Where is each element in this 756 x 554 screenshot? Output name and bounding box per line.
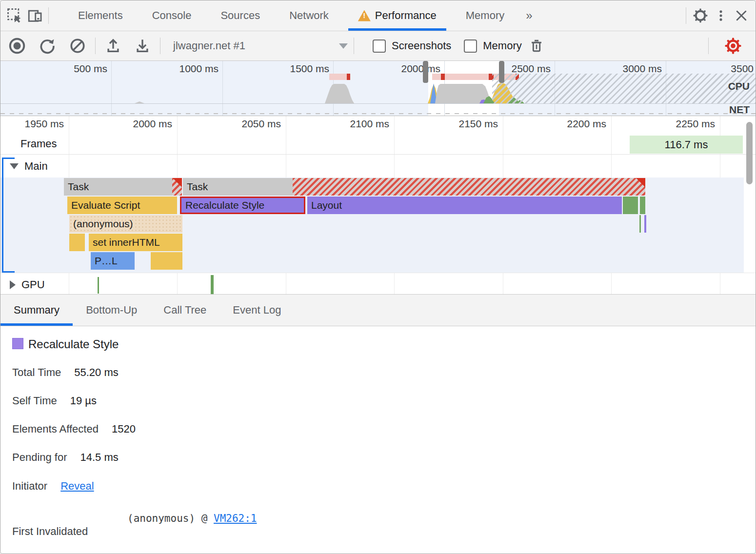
- chevron-down-icon: [339, 43, 348, 49]
- detail-tick-label: 1950 ms: [0, 118, 64, 130]
- tab-sources[interactable]: Sources: [206, 0, 275, 31]
- flame-event-script-block-2[interactable]: [151, 252, 182, 270]
- source-location-link[interactable]: VM262:1: [214, 513, 257, 524]
- collapse-triangle-icon[interactable]: [10, 163, 19, 169]
- screenshots-checkbox[interactable]: Screenshots: [373, 40, 451, 53]
- flame-event-evaluate-script[interactable]: Evaluate Script: [67, 197, 177, 214]
- settings-button[interactable]: [690, 5, 711, 26]
- gear-icon: [693, 8, 708, 23]
- divider: [48, 7, 49, 24]
- trash-icon: [529, 38, 544, 54]
- summary-row-value: 55.20 ms: [74, 366, 119, 378]
- details-tab-call-tree[interactable]: Call Tree: [150, 295, 219, 326]
- record-button[interactable]: [5, 35, 29, 57]
- tab-performance[interactable]: Performance: [343, 0, 451, 31]
- garbage-collect-button[interactable]: [525, 35, 548, 57]
- summary-row-elements-affected: Elements Affected1520: [12, 423, 136, 435]
- record-icon: [8, 37, 26, 55]
- main-track-header[interactable]: Main: [10, 157, 48, 176]
- divider: [354, 38, 354, 54]
- flame-event-script-block[interactable]: [69, 234, 85, 251]
- frames-track-label: Frames: [20, 138, 57, 150]
- save-profile-button[interactable]: [131, 35, 154, 57]
- stack-frame-text: (anonymous) @: [127, 513, 214, 524]
- profile-select[interactable]: jlwagner.net #1: [173, 40, 348, 52]
- inspect-element-button[interactable]: [4, 5, 25, 26]
- separator: [0, 273, 756, 273]
- gpu-track-label: GPU: [21, 278, 45, 291]
- tab-console[interactable]: Console: [138, 0, 206, 31]
- reload-icon: [39, 38, 56, 54]
- gpu-activity-mark: [98, 277, 99, 294]
- reload-and-record-button[interactable]: [36, 35, 59, 57]
- capture-settings-button[interactable]: [721, 35, 745, 57]
- more-options-button[interactable]: [711, 5, 731, 26]
- flame-event-label: P…L: [91, 255, 118, 266]
- vertical-scrollbar[interactable]: [746, 122, 753, 184]
- flame-event-green-sliver[interactable]: [639, 215, 641, 233]
- details-tab-summary[interactable]: Summary: [0, 295, 73, 326]
- devtools-window: ElementsConsoleSourcesNetworkPerformance…: [0, 0, 756, 554]
- flame-event-paint-1[interactable]: [623, 197, 638, 214]
- selection-handle-left[interactable]: [423, 61, 428, 83]
- selection-handle-right[interactable]: [499, 61, 504, 83]
- net-separator: [0, 103, 756, 104]
- flame-event-task-2[interactable]: Task: [183, 178, 645, 196]
- flame-event-task-1[interactable]: Task: [64, 178, 182, 196]
- flame-event-layout[interactable]: Layout: [307, 197, 622, 214]
- panel-tabs: ElementsConsoleSourcesNetworkPerformance…: [63, 0, 519, 31]
- tab-elements[interactable]: Elements: [63, 0, 138, 31]
- expand-triangle-icon[interactable]: [10, 280, 16, 289]
- event-color-swatch: [12, 338, 23, 349]
- initiator-label: Initiator: [12, 480, 47, 492]
- inspect-icon: [6, 7, 23, 24]
- capture-settings-gear-icon: [724, 37, 742, 55]
- summary-row-total-time: Total Time55.20 ms: [12, 366, 119, 379]
- checkbox-box: [464, 40, 477, 53]
- flame-event-parse-html[interactable]: P…L: [91, 252, 135, 270]
- summary-row-label: Self Time: [12, 395, 57, 407]
- memory-checkbox[interactable]: Memory: [464, 40, 521, 53]
- kebab-menu-icon: [714, 9, 728, 22]
- overview-bottom-dashes: [0, 113, 756, 114]
- tab-memory[interactable]: Memory: [451, 0, 519, 31]
- devtools-tabbar: ElementsConsoleSourcesNetworkPerformance…: [0, 0, 756, 31]
- tab-network[interactable]: Network: [275, 0, 343, 31]
- gpu-track-header[interactable]: GPU: [10, 276, 45, 294]
- summary-row-label: Elements Affected: [12, 423, 99, 435]
- more-tabs-button[interactable]: »: [519, 9, 538, 22]
- details-tab-bottom-up[interactable]: Bottom-Up: [73, 295, 150, 326]
- tab-label: Memory: [466, 9, 504, 22]
- flame-event-purple-sliver[interactable]: [644, 215, 646, 233]
- overview-unrecorded-hatch: [492, 74, 756, 103]
- divider: [708, 38, 709, 54]
- flame-event-set-innerhtml[interactable]: set innerHTML: [89, 234, 182, 251]
- upload-icon: [105, 38, 121, 54]
- summary-row-self-time: Self Time19 µs: [12, 395, 97, 407]
- tab-label: Performance: [375, 9, 437, 22]
- first-invalidated-label: First Invalidated: [12, 525, 88, 538]
- load-profile-button[interactable]: [101, 35, 125, 57]
- timeline-overview[interactable]: 500 ms1000 ms1500 ms2000 ms2500 ms3000 m…: [0, 61, 756, 116]
- clear-button[interactable]: [66, 35, 89, 57]
- timeline-detail-pane[interactable]: 1950 ms2000 ms2050 ms2100 ms2150 ms2200 …: [0, 116, 756, 294]
- checkbox-box: [373, 40, 386, 53]
- flame-event-anonymous[interactable]: (anonymous): [69, 215, 182, 233]
- device-toolbar-button[interactable]: [25, 5, 45, 26]
- reveal-link[interactable]: Reveal: [60, 480, 94, 492]
- cpu-label: CPU: [728, 80, 750, 92]
- close-devtools-button[interactable]: [731, 5, 752, 26]
- summary-row-label: Total Time: [12, 366, 61, 378]
- divider: [686, 7, 686, 24]
- flame-event-label: Layout: [307, 199, 342, 211]
- tab-label: Elements: [78, 9, 123, 22]
- flame-event-recalculate-style[interactable]: Recalculate Style: [180, 197, 305, 214]
- details-tab-event-log[interactable]: Event Log: [219, 295, 294, 326]
- flame-event-label: set innerHTML: [89, 237, 160, 248]
- profile-name: jlwagner.net #1: [173, 40, 245, 52]
- first-invalidated-stack: (anonymous) @ VM262:1: [127, 513, 257, 524]
- frame-duration-badge[interactable]: 116.7 ms: [630, 136, 743, 154]
- download-icon: [134, 38, 151, 54]
- close-icon: [734, 8, 749, 23]
- flame-event-paint-2[interactable]: [640, 197, 645, 214]
